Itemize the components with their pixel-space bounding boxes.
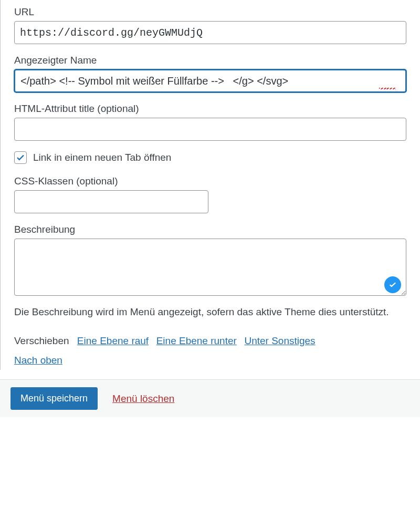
move-controls: Verschieben Eine Ebene rauf Eine Ebene r… <box>14 331 406 370</box>
description-field: Beschreibung Die Beschreibung wird im Me… <box>14 224 406 320</box>
checkmark-icon <box>16 153 25 162</box>
css-classes-label: CSS-Klassen (optional) <box>14 175 406 187</box>
url-field: URL <box>14 6 406 44</box>
description-help-text: Die Beschreibung wird im Menü angezeigt,… <box>14 304 406 320</box>
move-up-link[interactable]: Eine Ebene rauf <box>77 335 149 346</box>
move-label: Verschieben <box>14 335 69 346</box>
save-menu-button[interactable]: Menü speichern <box>10 387 98 410</box>
move-top-link[interactable]: Nach oben <box>14 355 62 366</box>
delete-menu-link[interactable]: Menü löschen <box>112 393 174 405</box>
css-classes-field: CSS-Klassen (optional) <box>14 175 406 213</box>
new-tab-row: Link in einem neuen Tab öffnen <box>14 151 406 164</box>
spellcheck-indicator <box>379 88 396 89</box>
title-attr-label: HTML-Attribut title (optional) <box>14 103 406 115</box>
display-name-field: Angezeigter Name <box>14 55 406 92</box>
new-tab-label: Link in einem neuen Tab öffnen <box>33 152 171 163</box>
description-label: Beschreibung <box>14 224 406 235</box>
move-under-link[interactable]: Unter Sonstiges <box>244 335 315 346</box>
description-textarea[interactable] <box>14 239 406 296</box>
move-down-link[interactable]: Eine Ebene runter <box>156 335 237 346</box>
footer-bar: Menü speichern Menü löschen <box>0 379 420 417</box>
grammar-check-badge[interactable] <box>384 276 401 293</box>
css-classes-input[interactable] <box>14 190 208 213</box>
url-label: URL <box>14 6 406 18</box>
menu-item-settings-panel: URL Angezeigter Name HTML-Attribut title… <box>0 0 420 370</box>
new-tab-checkbox[interactable] <box>14 151 27 164</box>
display-name-input[interactable] <box>14 69 406 92</box>
title-attr-field: HTML-Attribut title (optional) <box>14 103 406 141</box>
checkmark-icon <box>388 280 397 289</box>
display-name-label: Angezeigter Name <box>14 55 406 66</box>
title-attr-input[interactable] <box>14 118 406 141</box>
url-input[interactable] <box>14 21 406 44</box>
